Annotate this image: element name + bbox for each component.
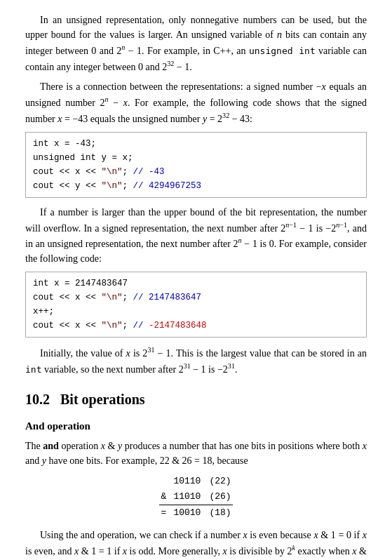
paragraph-4: Initially, the value of x is 231 − 1. Th… [25,345,367,376]
code-block-2: int x = 2147483647 cout << x << "\n"; //… [25,272,367,338]
bits-18: 10010 [172,505,202,521]
code-block-1: int x = -43; unsigned int y = x; cout <<… [25,132,367,198]
section-heading-10-2: 10.2 Bit operations [25,389,367,410]
label-22: (22) [202,474,232,489]
code-line-4: cout << y << "\n"; // 4294967253 [33,181,201,191]
op-cell-empty [159,474,172,489]
paragraph-1: In an unsigned representation, only nonn… [25,13,367,74]
paragraph-2: There is a connection between the repres… [25,79,367,126]
code-line-1: int x = -43; [33,139,96,149]
subsection-heading-and: And operation [25,418,367,434]
label-18: (18) [202,505,232,521]
code-line-8: cout << x << "\n"; // -2147483648 [33,321,207,331]
bit-row-18: = 10010 (18) [159,505,232,521]
code-line-2: unsigned int y = x; [33,153,133,163]
paragraph-and-2: Using the and operation, we can check if… [25,528,367,560]
code-line-6: cout << x << "\n"; // 2147483647 [33,293,201,302]
bits-22: 10110 [172,474,202,489]
code-line-5: int x = 2147483647 [33,279,128,288]
paragraph-3: If a number is larger than the upper bou… [25,205,367,266]
bit-row-22: 10110 (22) [159,474,232,489]
bit-table-and: 10110 (22) & 11010 (26) = 10010 (18) [159,474,232,521]
code-line-7: x++; [33,307,54,316]
op-cell-and: & [159,489,172,505]
bits-26: 11010 [172,489,202,505]
code-line-3: cout << x << "\n"; // -43 [33,167,165,177]
bit-row-26: & 11010 (26) [159,489,232,505]
op-cell-eq-and: = [159,505,172,521]
paragraph-and-1: The and operation x & y produces a numbe… [25,439,367,468]
label-26: (26) [202,489,232,505]
